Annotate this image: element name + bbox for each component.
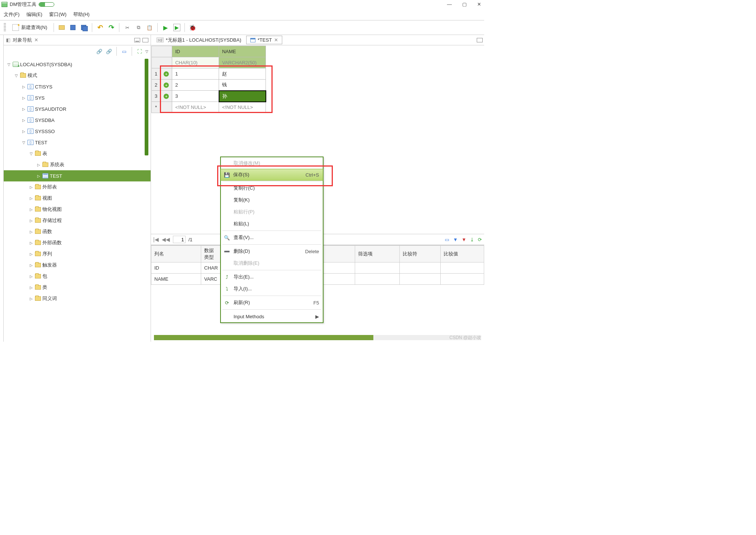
tree-folder-classes[interactable]: ▷类: [4, 282, 151, 293]
menu-input-methods[interactable]: Input Methods▶: [221, 310, 323, 322]
title-bar: DM管理工具 — ▢ ✕: [0, 0, 484, 9]
nav-tab-close-icon[interactable]: ✕: [34, 37, 38, 43]
menu-help[interactable]: 帮助(H): [73, 11, 90, 18]
cell-name-3-editing[interactable]: 孙: [219, 91, 266, 102]
tab-close-icon[interactable]: ✕: [274, 37, 278, 43]
tree-folder-views[interactable]: ▷视图: [4, 193, 151, 204]
cut-button[interactable]: ✂: [122, 23, 132, 32]
cell-id-template[interactable]: <!NOT NULL>: [172, 102, 219, 113]
tab-sql-editor[interactable]: sql *无标题1 - LOCALHOST(SYSDBA): [152, 35, 245, 45]
tree-schema-sys[interactable]: ▷SYS: [4, 92, 151, 103]
menu-export[interactable]: ⤴导出(E)...: [221, 271, 323, 283]
cell-name-2[interactable]: 钱: [219, 80, 266, 91]
pager-refresh-icon[interactable]: ⟳: [478, 237, 482, 242]
cell-id-1[interactable]: 1: [172, 68, 219, 80]
tab-test-grid[interactable]: *TEST ✕: [246, 36, 282, 44]
data-row-2[interactable]: 2 + 2 钱: [152, 80, 266, 91]
new-query-button[interactable]: 新建查询(N): [9, 23, 51, 32]
tree-folder-packages[interactable]: ▷包: [4, 271, 151, 282]
object-tree[interactable]: ▽ LOCALHOST(SYSDBA) ▽ 模式 ▷CTISYS ▷SYS ▷S…: [4, 57, 151, 342]
detail-hdr-compare[interactable]: 比较符: [399, 246, 440, 262]
data-row-template[interactable]: * <!NOT NULL> <!NOT NULL>: [152, 102, 266, 113]
tree-folder-ext-functions[interactable]: ▷外部函数: [4, 237, 151, 248]
redo-button[interactable]: ↷: [106, 23, 116, 32]
open-button[interactable]: [57, 23, 67, 32]
data-row-3[interactable]: 3 + 3 孙: [152, 91, 266, 102]
menu-cancel-modify: 取消修改(M): [221, 157, 323, 169]
detail-hdr-col[interactable]: 列名: [151, 246, 201, 262]
tree-folder-functions[interactable]: ▷函数: [4, 226, 151, 237]
tree-folder-synonyms[interactable]: ▷同义词: [4, 293, 151, 304]
cell-id-3[interactable]: 3: [172, 91, 219, 102]
copy-button[interactable]: ⧉: [133, 23, 143, 32]
menu-copy-row[interactable]: 复制行(C): [221, 182, 323, 194]
expand-all-icon[interactable]: ⛶: [136, 48, 143, 55]
tree-folder-external-tables[interactable]: ▷外部表: [4, 181, 151, 193]
tree-folder-triggers[interactable]: ▷触发器: [4, 260, 151, 271]
toolbar-handle[interactable]: [4, 23, 6, 32]
pager-first-button[interactable]: |◀: [153, 236, 159, 242]
save-button[interactable]: [68, 23, 78, 32]
tree-scrollbar[interactable]: [145, 57, 150, 342]
menu-window[interactable]: 窗口(W): [49, 11, 67, 18]
undo-button[interactable]: ↶: [95, 23, 105, 32]
tree-root-localhost[interactable]: ▽ LOCALHOST(SYSDBA): [4, 59, 151, 70]
tree-table-test[interactable]: ▷TEST: [4, 170, 151, 181]
menu-refresh[interactable]: ⟳刷新(R)F5: [221, 297, 323, 309]
maximize-button[interactable]: ▢: [462, 1, 467, 7]
cell-name-template[interactable]: <!NOT NULL>: [219, 102, 266, 113]
run-button[interactable]: ▶: [161, 23, 170, 32]
pager-filter-icon[interactable]: ▼: [453, 237, 458, 242]
tree-tables-folder[interactable]: ▽表: [4, 148, 151, 159]
editor-hscrollbar[interactable]: [154, 335, 481, 340]
tree-folder-procedures[interactable]: ▷存储过程: [4, 215, 151, 226]
pager-page-input[interactable]: [173, 236, 186, 243]
nav-minimize-button[interactable]: [134, 38, 140, 42]
pager-prev-button[interactable]: ◀◀: [162, 236, 170, 242]
menu-file[interactable]: 文件(F): [4, 11, 20, 18]
pager-export-icon[interactable]: ⤓: [470, 237, 474, 242]
nav-maximize-button[interactable]: [142, 38, 148, 42]
table-grid-icon: [250, 38, 255, 42]
detail-hdr-filter[interactable]: 筛选项: [355, 246, 399, 262]
cell-id-2[interactable]: 2: [172, 80, 219, 91]
menu-import[interactable]: ⤵导入(I)...: [221, 283, 323, 295]
menu-view[interactable]: 🔍查看(V)...: [221, 232, 323, 244]
tree-schema-ctisys[interactable]: ▷CTISYS: [4, 81, 151, 92]
tree-system-tables[interactable]: ▷系统表: [4, 159, 151, 170]
save-all-button[interactable]: [79, 23, 89, 32]
menu-save[interactable]: 💾 保存(S) Ctrl+S: [221, 169, 323, 181]
menu-copy[interactable]: 复制(K): [221, 194, 323, 206]
unlink-icon[interactable]: 🔗: [105, 48, 113, 55]
debug-button[interactable]: 🐞: [188, 23, 197, 32]
col-header-id[interactable]: ID: [172, 46, 219, 57]
nav-menu-dropdown[interactable]: ▽: [145, 49, 148, 54]
data-row-1[interactable]: 1 + 1 赵: [152, 68, 266, 80]
run-script-button[interactable]: ▶: [172, 23, 181, 32]
menu-edit[interactable]: 编辑(E): [26, 11, 42, 18]
refresh-icon: ⟳: [224, 300, 230, 306]
tree-schema-sysdba[interactable]: ▷SYSDBA: [4, 115, 151, 126]
editor-maximize-button[interactable]: [477, 38, 483, 42]
col-header-name[interactable]: NAME: [219, 46, 266, 57]
tree-schema-sysauditor[interactable]: ▷SYSAUDITOR: [4, 103, 151, 115]
close-window-button[interactable]: ✕: [477, 1, 481, 7]
pager-window-icon[interactable]: ▭: [445, 237, 449, 242]
link-icon[interactable]: 🔗: [96, 48, 103, 55]
tree-schema-syssso[interactable]: ▷SYSSSO: [4, 126, 151, 137]
paste-button[interactable]: 📋: [145, 23, 154, 32]
cell-name-1[interactable]: 赵: [219, 68, 266, 80]
menu-paste[interactable]: 粘贴(L): [221, 218, 323, 230]
nav-tab-label[interactable]: 对象导航: [13, 37, 32, 43]
collapse-icon[interactable]: ▭: [120, 48, 128, 55]
tree-schema-test[interactable]: ▽TEST: [4, 137, 151, 148]
detail-hdr-value[interactable]: 比较值: [440, 246, 484, 262]
detail-hdr-type[interactable]: 数据类型: [201, 246, 221, 262]
menu-delete[interactable]: ➖删除(D)Delete: [221, 245, 323, 257]
minimize-button[interactable]: —: [447, 1, 452, 7]
pager-filter-clear-icon[interactable]: ▼: [461, 237, 466, 242]
tree-folder-mat-views[interactable]: ▷物化视图: [4, 204, 151, 215]
tree-schema-group[interactable]: ▽ 模式: [4, 70, 151, 81]
plus-icon: +: [164, 83, 169, 88]
tree-folder-sequences[interactable]: ▷序列: [4, 248, 151, 260]
